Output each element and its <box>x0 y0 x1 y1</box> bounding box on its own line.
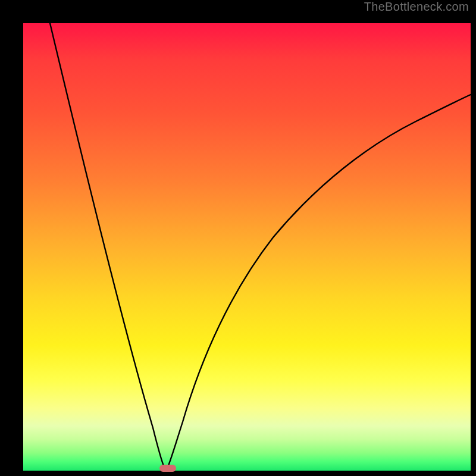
bottleneck-curve <box>23 23 471 471</box>
watermark-text: TheBottleneck.com <box>364 0 469 14</box>
chart-frame <box>9 9 467 467</box>
curve-path <box>50 23 471 471</box>
optimal-marker <box>159 465 176 472</box>
